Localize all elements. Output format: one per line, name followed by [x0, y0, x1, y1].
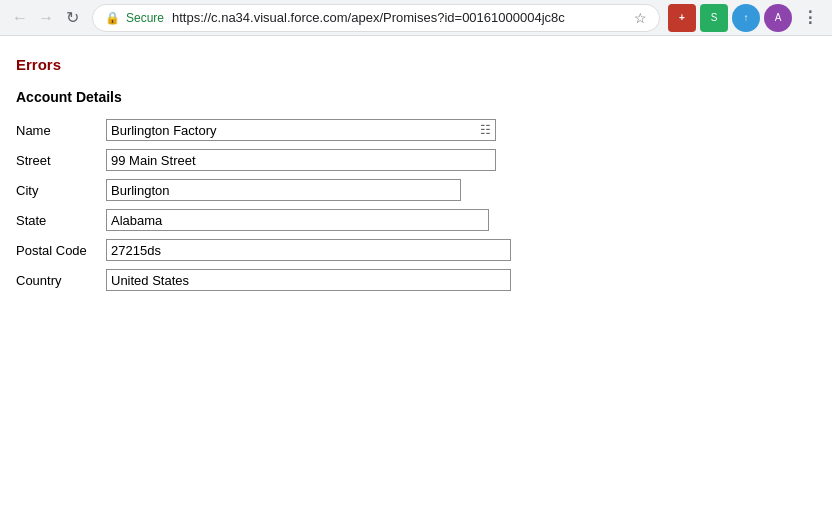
reload-button[interactable]: ↻ — [60, 6, 84, 30]
forward-button[interactable]: → — [34, 6, 58, 30]
state-row: State — [16, 209, 816, 231]
postal-code-input[interactable] — [106, 239, 511, 261]
street-row: Street — [16, 149, 816, 171]
name-row: Name ☷ — [16, 119, 816, 141]
browser-extensions: + S ↑ A ⋮ — [668, 4, 824, 32]
city-input[interactable] — [106, 179, 461, 201]
browser-toolbar: ← → ↻ 🔒 Secure https://c.na34.visual.for… — [0, 0, 832, 36]
state-label: State — [16, 213, 106, 228]
more-options-button[interactable]: ⋮ — [796, 4, 824, 32]
extension-icon-1[interactable]: + — [668, 4, 696, 32]
country-input[interactable] — [106, 269, 511, 291]
extension-icon-3[interactable]: ↑ — [732, 4, 760, 32]
postal-code-row: Postal Code — [16, 239, 816, 261]
bookmark-icon[interactable]: ☆ — [634, 10, 647, 26]
address-bar[interactable]: 🔒 Secure https://c.na34.visual.force.com… — [92, 4, 660, 32]
country-label: Country — [16, 273, 106, 288]
country-row: Country — [16, 269, 816, 291]
street-label: Street — [16, 153, 106, 168]
errors-title: Errors — [16, 56, 816, 73]
city-row: City — [16, 179, 816, 201]
city-label: City — [16, 183, 106, 198]
secure-label: Secure — [126, 11, 164, 25]
extension-icon-2[interactable]: S — [700, 4, 728, 32]
state-input[interactable] — [106, 209, 489, 231]
secure-icon: 🔒 — [105, 11, 120, 25]
postal-code-label: Postal Code — [16, 243, 106, 258]
back-button[interactable]: ← — [8, 6, 32, 30]
lookup-icon[interactable]: ☷ — [476, 121, 495, 139]
profile-avatar[interactable]: A — [764, 4, 792, 32]
url-display[interactable]: https://c.na34.visual.force.com/apex/Pro… — [172, 10, 628, 25]
page-content: Errors Account Details Name ☷ Street Cit… — [0, 36, 832, 319]
name-field-wrapper: ☷ — [106, 119, 496, 141]
nav-buttons: ← → ↻ — [8, 6, 84, 30]
street-input[interactable] — [106, 149, 496, 171]
name-label: Name — [16, 123, 106, 138]
name-input[interactable] — [107, 120, 476, 140]
section-title: Account Details — [16, 89, 816, 105]
